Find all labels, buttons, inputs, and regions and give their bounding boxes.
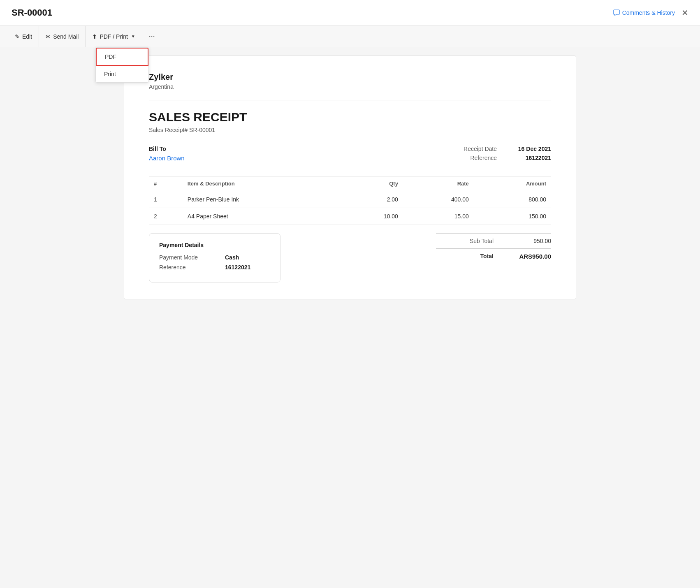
receipt-date-label: Receipt Date: [464, 146, 497, 152]
reference-label: Reference: [470, 155, 497, 161]
customer-name[interactable]: Aaron Brown: [149, 155, 185, 162]
row-description: Parker Pen-Blue Ink: [183, 191, 341, 208]
row-description: A4 Paper Sheet: [183, 208, 341, 225]
bill-to-section: Bill To Aaron Brown: [149, 146, 185, 164]
receipt-date-row: Receipt Date 16 Dec 2021: [464, 146, 551, 152]
col-header-qty: Qty: [341, 176, 403, 191]
sales-receipt-title: SALES RECEIPT: [149, 110, 551, 124]
table-header-row: # Item & Description Qty Rate Amount: [149, 176, 551, 191]
items-table: # Item & Description Qty Rate Amount 1 P…: [149, 176, 551, 225]
page-header: SR-00001 Comments & History ✕: [0, 0, 700, 26]
receipt-date-value: 16 Dec 2021: [510, 146, 551, 152]
comments-history-label: Comments & History: [622, 9, 675, 16]
reference-row: Reference 16122021: [464, 155, 551, 161]
table-row: 2 A4 Paper Sheet 10.00 15.00 150.00: [149, 208, 551, 225]
row-qty: 10.00: [341, 208, 403, 225]
company-location: Argentina: [149, 83, 551, 90]
row-num: 1: [149, 191, 183, 208]
pdf-icon: ⬆: [92, 33, 97, 40]
subtotal-row: Sub Total 950.00: [436, 233, 551, 248]
pdf-option[interactable]: PDF: [96, 48, 148, 66]
send-mail-button[interactable]: ✉ Send Mail: [39, 26, 86, 47]
col-header-amount: Amount: [474, 176, 551, 191]
row-amount: 150.00: [474, 208, 551, 225]
payment-mode-row: Payment Mode Cash: [159, 254, 270, 261]
payment-reference-label: Reference: [159, 264, 209, 271]
payment-mode-value: Cash: [225, 254, 239, 261]
payment-mode-label: Payment Mode: [159, 254, 209, 261]
more-options-button[interactable]: ···: [142, 26, 162, 47]
payment-title: Payment Details: [159, 242, 270, 248]
total-row: Total ARS950.00: [436, 248, 551, 264]
more-label: ···: [149, 32, 155, 41]
company-name: Zylker: [149, 72, 551, 82]
col-header-num: #: [149, 176, 183, 191]
bottom-section: Payment Details Payment Mode Cash Refere…: [149, 233, 551, 282]
main-content: Zylker Argentina SALES RECEIPT Sales Rec…: [0, 47, 700, 588]
payment-reference-value: 16122021: [225, 264, 250, 271]
edit-button[interactable]: ✎ Edit: [8, 26, 39, 47]
row-num: 2: [149, 208, 183, 225]
divider: [149, 100, 551, 100]
col-header-description: Item & Description: [183, 176, 341, 191]
edit-icon: ✎: [15, 33, 20, 40]
receipt-card: Zylker Argentina SALES RECEIPT Sales Rec…: [124, 56, 576, 299]
receipt-meta: Bill To Aaron Brown Receipt Date 16 Dec …: [149, 146, 551, 164]
dropdown-arrow-icon: ▼: [131, 34, 135, 39]
header-actions: Comments & History ✕: [613, 8, 688, 18]
comments-history-button[interactable]: Comments & History: [613, 9, 675, 16]
reference-value: 16122021: [510, 155, 551, 161]
close-button[interactable]: ✕: [681, 8, 688, 18]
total-value: ARS950.00: [510, 253, 551, 260]
subtotal-label: Sub Total: [470, 238, 494, 244]
pdf-print-label: PDF / Print: [100, 33, 127, 40]
doc-number: SR-00001: [189, 127, 215, 133]
totals-section: Sub Total 950.00 Total ARS950.00: [436, 233, 551, 264]
row-rate: 400.00: [403, 191, 474, 208]
total-label: Total: [480, 253, 494, 260]
meta-right: Receipt Date 16 Dec 2021 Reference 16122…: [464, 146, 551, 164]
send-mail-label: Send Mail: [53, 33, 79, 40]
col-header-rate: Rate: [403, 176, 474, 191]
page-title: SR-00001: [12, 7, 52, 18]
mail-icon: ✉: [46, 33, 51, 40]
pdf-print-dropdown: PDF Print: [95, 47, 149, 83]
doc-number-label: Sales Receipt#: [149, 127, 188, 133]
table-row: 1 Parker Pen-Blue Ink 2.00 400.00 800.00: [149, 191, 551, 208]
sales-receipt-number: Sales Receipt# SR-00001: [149, 127, 551, 133]
toolbar: ✎ Edit ✉ Send Mail ⬆ PDF / Print ▼ ··· P…: [0, 26, 700, 47]
payment-reference-row: Reference 16122021: [159, 264, 270, 271]
comment-icon: [613, 9, 620, 16]
edit-label: Edit: [22, 33, 32, 40]
subtotal-value: 950.00: [510, 238, 551, 244]
payment-details-box: Payment Details Payment Mode Cash Refere…: [149, 233, 280, 282]
row-amount: 800.00: [474, 191, 551, 208]
bill-to-label: Bill To: [149, 146, 185, 152]
row-qty: 2.00: [341, 191, 403, 208]
row-rate: 15.00: [403, 208, 474, 225]
print-option[interactable]: Print: [96, 66, 148, 82]
pdf-print-button[interactable]: ⬆ PDF / Print ▼: [86, 26, 142, 47]
